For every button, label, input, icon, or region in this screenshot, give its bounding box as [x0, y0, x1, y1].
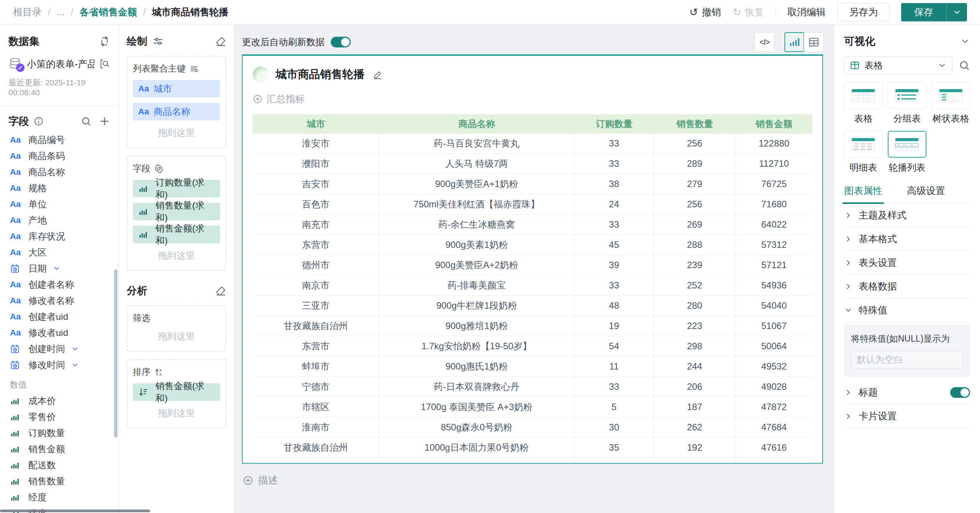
text-field-icon: Aa — [138, 84, 149, 94]
field-dropzone[interactable]: 字段 订购数量(求和)销售数量(求和)销售金额(求和) 拖到这里 — [127, 156, 226, 271]
field-item[interactable]: 订购数量 — [8, 425, 110, 441]
dimension-chip[interactable]: Aa商品名称 — [133, 103, 220, 121]
field-item[interactable]: Aa库存状况 — [8, 228, 110, 244]
chevron-down-icon[interactable] — [71, 361, 79, 369]
search-chart-type-icon[interactable] — [959, 60, 970, 71]
field-item[interactable]: Aa单位 — [8, 196, 110, 212]
add-summary-metric[interactable]: 汇总指标 — [249, 83, 816, 105]
accordion-section-special[interactable]: 特殊值 — [844, 298, 970, 322]
table-cell: 甘孜藏族自治州 — [253, 316, 379, 336]
field-item[interactable]: 销售数量 — [8, 473, 110, 489]
tab-chart-properties[interactable]: 图表属性 — [844, 184, 882, 203]
chart-type-card-detail-table[interactable]: 明细表 — [844, 131, 882, 174]
save-dropdown-button[interactable] — [946, 3, 967, 21]
undo-button[interactable]: ↺ 撤销 — [689, 6, 721, 18]
field-item[interactable]: Aa创建者名称 — [8, 277, 110, 293]
dataset-row[interactable]: 小策的表单-产品练习... — [8, 57, 110, 70]
auto-refresh-label: 更改后自动刷新数据 — [242, 36, 325, 48]
chevron-right-icon — [844, 388, 853, 397]
data-table: 城市商品名称订购数量销售数量销售金额 淮安市药-马百良安宫牛黄丸33256122… — [253, 114, 812, 464]
table-cell: 900g美赞臣A+1奶粉 — [379, 174, 574, 194]
field-item[interactable]: 成本价 — [8, 393, 110, 409]
field-label: 成本价 — [28, 395, 56, 407]
auto-refresh-toggle[interactable] — [331, 37, 351, 47]
code-view-button[interactable]: </> — [755, 32, 774, 52]
sort-dropzone[interactable]: 排序 AZ 销售金额(求和) 拖到这里 — [127, 359, 226, 428]
breadcrumb-item[interactable]: 城市商品销售轮播 — [152, 6, 229, 18]
eraser-icon[interactable] — [216, 36, 226, 47]
field-item[interactable]: Aa商品条码 — [8, 148, 110, 164]
chart-view-button[interactable] — [784, 32, 804, 52]
search-fields-icon[interactable] — [81, 116, 91, 127]
edit-title-icon[interactable] — [373, 70, 383, 80]
field-item[interactable]: Aa创建者uid — [8, 309, 110, 325]
chevron-right-icon — [844, 412, 853, 420]
chart-type-card-tree-table[interactable]: 树状表格 — [932, 82, 970, 125]
redo-button[interactable]: ↻ 恢复 — [732, 6, 764, 18]
preview-dataset-icon[interactable] — [99, 59, 110, 69]
primary-key-dropzone[interactable]: 列表聚合主键 Aa城市Aa商品名称 拖到这里 — [127, 56, 226, 148]
field-item[interactable]: Aa商品编号 — [8, 132, 110, 148]
field-item[interactable]: 修改时间 — [8, 357, 110, 373]
field-item[interactable]: 销售金额 — [8, 441, 110, 457]
field-item[interactable]: 创建时间 — [8, 341, 110, 357]
tune-sliders-icon[interactable] — [153, 36, 163, 47]
accordion-section-card[interactable]: 卡片设置 — [844, 404, 970, 428]
chart-type-card-table[interactable]: 表格 — [844, 82, 882, 125]
field-item[interactable]: 日期 — [8, 261, 110, 277]
accordion-section-title[interactable]: 标题 — [844, 381, 970, 404]
chart-type-thumbnail — [932, 82, 970, 109]
special-value-input[interactable] — [851, 351, 963, 368]
chevron-down-icon[interactable] — [71, 345, 79, 353]
field-label: 大区 — [28, 246, 47, 259]
table-cell: 47872 — [736, 397, 812, 417]
chart-card[interactable]: 城市商品销售轮播 汇总指标 城市商品名称订购数量销售数量销售金额 淮安市药-马百… — [242, 54, 823, 464]
gear-icon[interactable] — [154, 164, 163, 173]
field-item[interactable]: 配送数 — [8, 457, 110, 473]
tab-advanced-settings[interactable]: 高级设置 — [907, 184, 945, 203]
save-button[interactable]: 保存 — [901, 3, 946, 21]
sort-chip[interactable]: 销售金额(求和) — [133, 383, 220, 401]
breadcrumb-item[interactable]: 根目录 — [13, 6, 42, 18]
field-label: 规格 — [28, 182, 47, 194]
filter-dropzone[interactable]: 筛选 拖到这里 — [127, 305, 226, 352]
sidebar-scrollbar[interactable] — [114, 269, 118, 438]
horizontal-scrollbar[interactable] — [0, 510, 150, 512]
field-item[interactable]: 零售价 — [8, 409, 110, 425]
chart-type-card-group-table[interactable]: 分组表 — [888, 82, 926, 125]
eraser-icon[interactable] — [216, 285, 226, 296]
table-view-button[interactable] — [804, 32, 824, 52]
collapse-chevron-icon[interactable] — [960, 36, 970, 46]
chevron-down-icon[interactable] — [53, 265, 60, 272]
add-field-icon[interactable] — [99, 116, 110, 127]
switch-dataset-icon[interactable] — [99, 36, 110, 47]
field-item[interactable]: 经度 — [8, 489, 110, 505]
field-item[interactable]: Aa产地 — [8, 212, 110, 228]
save-as-button[interactable]: 另存为 — [837, 3, 890, 21]
chart-type-card-carousel-list[interactable]: 轮播列表 — [888, 131, 926, 174]
title-toggle[interactable] — [950, 387, 970, 398]
table-cell: 药-排毒美颜宝 — [379, 275, 574, 295]
accordion-section-header[interactable]: 表头设置 — [844, 251, 970, 275]
breadcrumb-item[interactable]: 各省销售金额 — [80, 6, 137, 18]
breadcrumb-item[interactable]: ... — [57, 7, 65, 18]
field-item[interactable]: Aa大区 — [8, 244, 110, 261]
metric-chip[interactable]: 订购数量(求和) — [133, 180, 220, 197]
field-item[interactable]: Aa修改者uid — [8, 325, 110, 341]
chart-title: 城市商品销售轮播 — [276, 67, 364, 82]
dimension-chip[interactable]: Aa城市 — [133, 80, 220, 98]
cancel-edit-button[interactable]: 取消编辑 — [787, 6, 826, 18]
accordion-section-basic[interactable]: 基本格式 — [844, 227, 970, 251]
metric-chip[interactable]: 销售数量(求和) — [133, 203, 220, 220]
field-item[interactable]: Aa商品名称 — [8, 164, 110, 180]
field-item[interactable]: Aa修改者名称 — [8, 293, 110, 309]
table-header-cell: 城市 — [253, 118, 379, 130]
metric-chip[interactable]: 销售金额(求和) — [133, 226, 220, 243]
chart-type-select[interactable]: 表格 — [844, 57, 952, 74]
field-item[interactable]: Aa规格 — [8, 180, 110, 196]
accordion-section-theme[interactable]: 主题及样式 — [844, 204, 970, 227]
table-row: 东营市900g美素1奶粉4528857312 — [253, 235, 812, 255]
accordion-section-data[interactable]: 表格数据 — [844, 275, 970, 298]
add-description[interactable]: 描述 — [243, 474, 834, 487]
chevron-down-icon — [938, 61, 947, 70]
